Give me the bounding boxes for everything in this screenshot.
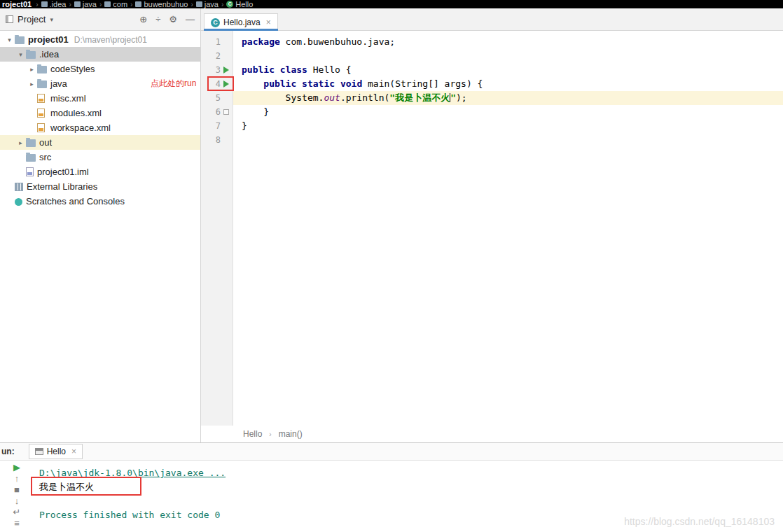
close-icon[interactable]: × — [71, 447, 76, 456]
line-number: 5 — [208, 93, 221, 103]
tree-item-label: .idea — [39, 49, 59, 59]
nav-crumb-label: java — [83, 0, 97, 8]
nav-project-name[interactable]: roject01 — [2, 0, 32, 8]
code-token: main(String[] args) { — [362, 78, 483, 89]
nav-crumb-buwenbuhuo[interactable]: buwenbuhuo — [135, 0, 188, 8]
breadcrumb-item-main[interactable]: main() — [279, 429, 303, 439]
settings-icon[interactable]: ≡ — [14, 518, 20, 529]
tree-item-workspace-xml[interactable]: workspace.xml — [0, 120, 200, 135]
nav-crumb-label: com — [113, 0, 127, 8]
tree-item-codestyles[interactable]: ▸codeStyles — [0, 62, 200, 76]
settings-gear-icon[interactable]: ⚙ — [169, 14, 177, 24]
run-triangle-icon — [223, 66, 229, 74]
folder-icon — [26, 51, 36, 59]
tree-item-out[interactable]: ▸out — [0, 135, 200, 150]
folder-icon — [196, 1, 202, 7]
nav-crumb-java[interactable]: java — [196, 0, 219, 8]
breadcrumb-separator: › — [36, 1, 38, 8]
tree-item-external-libraries[interactable]: External Libraries — [0, 179, 200, 194]
chevron-right-icon[interactable]: ▸ — [15, 139, 26, 146]
editor-tab-bar: C Hello.java × — [201, 8, 783, 30]
stop-icon[interactable]: ■ — [14, 484, 20, 496]
tree-item-project01[interactable]: ▾project01D:\maven\project01 — [0, 32, 200, 47]
close-icon[interactable]: × — [266, 18, 271, 27]
editor-code[interactable]: package com.buwenbuhuo.java;public class… — [233, 31, 783, 426]
chevron-right-icon[interactable]: ▸ — [27, 66, 37, 73]
tab-hello-java[interactable]: C Hello.java × — [204, 13, 278, 30]
console-line — [39, 494, 783, 508]
fold-marker — [221, 107, 231, 118]
code-line[interactable] — [233, 133, 783, 147]
code-line[interactable] — [233, 49, 783, 63]
tree-item-modules-xml[interactable]: modules.xml — [0, 106, 200, 120]
locate-icon[interactable]: ⊕ — [139, 14, 147, 24]
gutter-slot — [221, 37, 231, 48]
breadcrumb-separator: › — [269, 430, 271, 438]
xml-icon — [37, 108, 45, 118]
gutter-slot — [221, 51, 231, 62]
rerun-icon[interactable]: ▶ — [13, 462, 20, 473]
breadcrumb-separator: › — [99, 1, 102, 8]
run-tab-hello[interactable]: Hello × — [29, 444, 83, 459]
tree-item-src[interactable]: src — [0, 150, 200, 164]
chevron-down-icon[interactable]: ▾ — [50, 16, 53, 23]
nav-crumb-idea[interactable]: .idea — [41, 0, 67, 8]
run-tab-bar: un: Hello × — [0, 443, 783, 461]
tree-item-label: out — [39, 137, 52, 148]
nav-crumb-java[interactable]: java — [74, 0, 97, 8]
editor: 12345678 package com.buwenbuhuo.java;pub… — [201, 31, 783, 442]
folder-icon — [135, 1, 141, 7]
chevron-right-icon[interactable]: ▸ — [27, 80, 37, 88]
folder-icon — [37, 66, 47, 74]
folder-icon — [41, 1, 48, 7]
code-line[interactable]: public static void main(String[] args) { — [233, 77, 783, 91]
breadcrumb-separator: › — [69, 1, 71, 8]
gutter-slot — [221, 121, 231, 132]
tree-item-project01-iml[interactable]: project01.iml — [0, 164, 200, 179]
gutter-row: 1 — [201, 35, 233, 49]
hide-panel-icon[interactable]: — — [186, 14, 195, 24]
code-line[interactable]: package com.buwenbuhuo.java; — [233, 35, 783, 49]
project-panel-actions: ⊕÷⚙— — [139, 14, 195, 24]
code-token: "我是卜温不火 — [389, 92, 450, 103]
code-line[interactable]: System.out.println("我是卜温不火"); — [233, 91, 783, 105]
code-token: " — [450, 92, 456, 103]
nav-crumb-hello[interactable]: CHello — [226, 0, 253, 8]
code-token — [335, 78, 340, 89]
code-line[interactable]: public class Hello { — [233, 63, 783, 77]
collapse-all-icon[interactable]: ÷ — [155, 14, 160, 24]
code-token: public — [263, 78, 296, 89]
up-arrow-icon[interactable]: ↑ — [15, 473, 20, 484]
tree-item-idea[interactable]: ▾.idea — [0, 47, 200, 62]
console-line: D:\java\jdk-1.8.0\bin\java.exe ... — [39, 466, 783, 480]
tree-item-path: D:\maven\project01 — [74, 35, 147, 45]
tree-item-label: codeStyles — [50, 64, 95, 74]
code-token — [242, 78, 263, 89]
breadcrumb-item-hello[interactable]: Hello — [243, 429, 262, 439]
project-view-title[interactable]: Project — [18, 14, 46, 24]
tree-item-label: project01.iml — [37, 167, 89, 177]
code-token: package — [242, 36, 280, 47]
run-button[interactable] — [221, 65, 231, 76]
code-token — [296, 78, 302, 89]
run-window-label: un: — [1, 447, 15, 456]
line-number: 3 — [208, 65, 221, 75]
nav-crumb-label: java — [205, 0, 219, 8]
nav-crumb-label: .idea — [50, 0, 67, 8]
code-line[interactable]: } — [233, 119, 783, 133]
nav-crumb-com[interactable]: com — [104, 0, 127, 8]
project-view-icon — [6, 15, 13, 23]
annotation-box-console-output — [31, 477, 141, 496]
code-token: void — [340, 78, 362, 89]
chevron-down-icon[interactable]: ▾ — [4, 36, 15, 43]
tree-item-label: modules.xml — [50, 108, 102, 118]
softwrap-icon[interactable]: ↵ — [13, 507, 21, 518]
code-token: } — [242, 106, 269, 117]
class-icon: C — [226, 1, 233, 8]
tree-item-label: Scratches and Consoles — [26, 196, 125, 206]
tree-item-misc-xml[interactable]: misc.xml — [0, 91, 200, 106]
code-line[interactable]: } — [233, 105, 783, 119]
tree-item-scratches-and-consoles[interactable]: Scratches and Consoles — [0, 194, 200, 209]
chevron-down-icon[interactable]: ▾ — [15, 51, 26, 58]
down-arrow-icon[interactable]: ↓ — [15, 496, 20, 507]
